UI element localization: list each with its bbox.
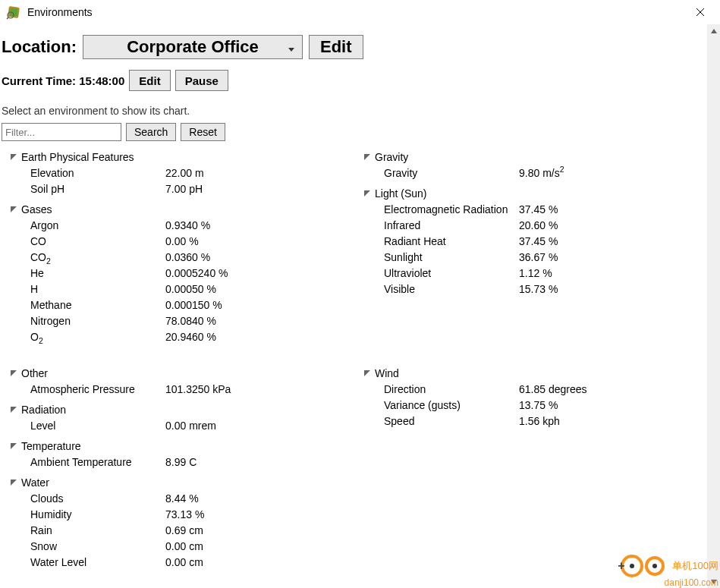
group-header[interactable]: Other (0, 365, 354, 381)
expand-icon[interactable] (363, 154, 372, 160)
group-header[interactable]: Gases (0, 201, 354, 217)
content-area: Location: Corporate Office Edit Current … (0, 24, 707, 588)
env-item-row[interactable]: Sunlight36.67 % (354, 249, 707, 265)
group-header[interactable]: Gravity (354, 149, 707, 165)
expand-icon[interactable] (363, 370, 372, 376)
location-edit-button[interactable]: Edit (309, 35, 363, 59)
env-item-row[interactable]: Elevation22.00 m (0, 165, 354, 181)
env-item-name: Atmospheric Pressure (0, 383, 165, 395)
env-item-row[interactable]: Ambient Temperature8.99 C (0, 454, 354, 470)
env-item-row[interactable]: Ultraviolet1.12 % (354, 265, 707, 281)
time-pause-button[interactable]: Pause (175, 70, 228, 91)
env-item-row[interactable]: Gravity9.80 m/s2 (354, 165, 707, 181)
env-item-row[interactable]: Level0.00 mrem (0, 417, 354, 433)
scroll-up-icon[interactable] (707, 24, 720, 37)
env-item-row[interactable]: Rain0.69 cm (0, 522, 354, 538)
env-item-name: Methane (0, 299, 165, 311)
reset-button[interactable]: Reset (181, 123, 225, 141)
env-item-row[interactable]: Argon0.9340 % (0, 217, 354, 233)
group-header[interactable]: Radiation (0, 401, 354, 417)
env-item-row[interactable]: Variance (gusts)13.75 % (354, 397, 707, 413)
env-item-value: 0.9340 % (165, 219, 210, 231)
tree-right-column: GravityGravity9.80 m/s2Light (Sun)Electr… (354, 149, 707, 574)
env-item-name: Nitrogen (0, 315, 165, 327)
group-name: Earth Physical Features (18, 151, 134, 163)
env-item-name: Ultraviolet (354, 267, 519, 279)
env-item-value: 8.99 C (165, 456, 197, 468)
location-select[interactable]: Corporate Office (83, 35, 303, 59)
time-edit-button[interactable]: Edit (129, 70, 170, 91)
env-item-name: Direction (354, 383, 519, 395)
window-title: Environments (27, 6, 93, 18)
env-item-name: Infrared (354, 219, 519, 231)
env-item-name: Gravity (354, 167, 519, 179)
svg-marker-8 (11, 206, 17, 212)
env-item-row[interactable]: O220.9460 % (0, 329, 354, 344)
tree-left-column: Earth Physical FeaturesElevation22.00 mS… (0, 149, 354, 574)
group-header[interactable]: Temperature (0, 438, 354, 454)
group-name: Other (18, 367, 48, 379)
env-item-row[interactable]: Methane0.000150 % (0, 297, 354, 313)
expand-icon[interactable] (9, 370, 18, 376)
window-close-button[interactable] (683, 2, 717, 23)
env-item-value: 101.3250 kPa (165, 383, 231, 395)
env-item-value: 0.00 cm (165, 540, 203, 552)
env-item-value: 13.75 % (519, 399, 558, 411)
env-item-row[interactable]: CO20.0360 % (0, 249, 354, 265)
expand-icon[interactable] (9, 443, 18, 449)
env-item-name: Speed (354, 415, 519, 427)
env-item-row[interactable]: Direction61.85 degrees (354, 381, 707, 397)
env-item-name: Variance (gusts) (354, 399, 519, 411)
location-label: Location: (2, 37, 77, 57)
expand-icon[interactable] (9, 480, 18, 486)
env-item-name: Water Level (0, 556, 165, 568)
env-item-name: Visible (354, 283, 519, 295)
svg-marker-6 (288, 48, 294, 52)
env-item-row[interactable]: Radiant Heat37.45 % (354, 233, 707, 249)
env-item-row[interactable]: Infrared20.60 % (354, 217, 707, 233)
env-item-row[interactable]: He0.0005240 % (0, 265, 354, 281)
env-item-value: 0.00 cm (165, 556, 203, 568)
scroll-down-icon[interactable] (707, 575, 720, 588)
vertical-scrollbar[interactable] (707, 24, 720, 588)
env-item-row[interactable]: H0.00050 % (0, 281, 354, 297)
chevron-down-icon (288, 37, 294, 57)
env-item-row[interactable]: Atmospheric Pressure101.3250 kPa (0, 381, 354, 397)
env-item-row[interactable]: Humidity73.13 % (0, 506, 354, 522)
env-item-row[interactable]: Speed1.56 kph (354, 413, 707, 429)
expand-icon[interactable] (9, 154, 18, 160)
env-item-name: Ambient Temperature (0, 456, 165, 468)
group-header[interactable]: Earth Physical Features (0, 149, 354, 165)
env-item-row[interactable]: Snow0.00 cm (0, 538, 354, 554)
env-item-row[interactable]: Electromagnetic Radiation37.45 % (354, 201, 707, 217)
svg-marker-12 (11, 480, 17, 486)
env-item-value: 15.73 % (519, 283, 558, 295)
group-name: Radiation (18, 404, 66, 416)
env-item-name: H (0, 283, 165, 295)
expand-icon[interactable] (363, 190, 372, 197)
app-icon (6, 5, 21, 20)
env-item-name: He (0, 267, 165, 279)
group-name: Light (Sun) (372, 187, 426, 200)
env-item-name: Elevation (0, 167, 165, 179)
env-item-name: Snow (0, 540, 165, 552)
titlebar: Environments (0, 0, 720, 24)
group-header[interactable]: Water (0, 474, 354, 490)
group-header[interactable]: Wind (354, 365, 707, 381)
search-button[interactable]: Search (126, 123, 176, 141)
env-item-name: Radiant Heat (354, 235, 519, 247)
env-item-row[interactable]: Clouds8.44 % (0, 490, 354, 506)
env-item-row[interactable]: Visible15.73 % (354, 281, 707, 297)
filter-input[interactable] (2, 123, 121, 141)
env-item-row[interactable]: Soil pH7.00 pH (0, 181, 354, 197)
env-item-row[interactable]: CO0.00 % (0, 233, 354, 249)
group-header[interactable]: Light (Sun) (354, 185, 707, 201)
env-item-name: O2 (0, 331, 165, 343)
env-item-row[interactable]: Nitrogen78.0840 % (0, 313, 354, 329)
svg-marker-16 (711, 29, 717, 33)
expand-icon[interactable] (9, 206, 18, 212)
expand-icon[interactable] (9, 407, 18, 413)
env-item-value: 0.69 cm (165, 524, 203, 536)
env-item-name: Electromagnetic Radiation (354, 203, 519, 215)
env-item-row[interactable]: Water Level0.00 cm (0, 554, 354, 570)
